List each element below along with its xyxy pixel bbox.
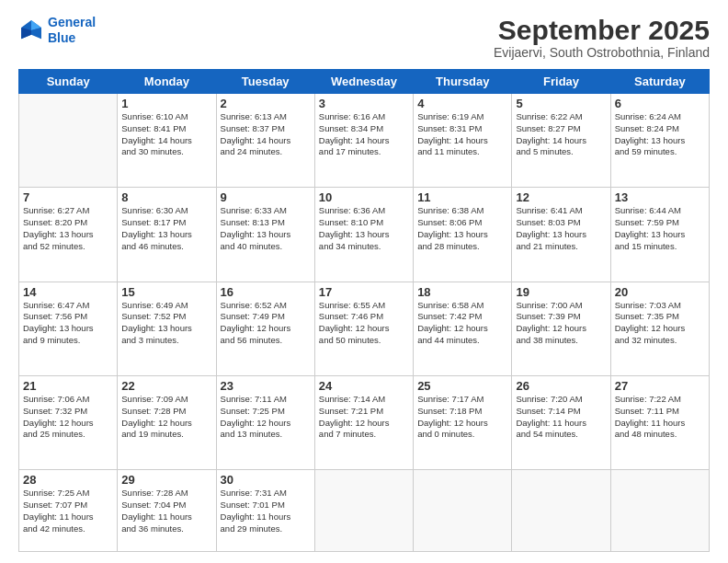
header: General Blue September 2025 Evijaervi, S… [18,15,710,60]
day-info: Sunrise: 6:41 AMSunset: 8:03 PMDaylight:… [516,205,606,252]
table-row: 18Sunrise: 6:58 AMSunset: 7:42 PMDayligh… [414,282,512,375]
table-row: 4Sunrise: 6:19 AMSunset: 8:31 PMDaylight… [414,94,512,188]
day-info: Sunrise: 7:06 AMSunset: 7:32 PMDaylight:… [23,394,113,441]
day-info: Sunrise: 6:19 AMSunset: 8:31 PMDaylight:… [417,111,507,158]
table-row: 8Sunrise: 6:30 AMSunset: 8:17 PMDaylight… [118,188,216,282]
day-info: Sunrise: 6:38 AMSunset: 8:06 PMDaylight:… [417,205,507,252]
table-row: 13Sunrise: 6:44 AMSunset: 7:59 PMDayligh… [610,188,709,282]
title-block: September 2025 Evijaervi, South Ostrobot… [494,15,710,60]
day-number: 21 [23,379,113,393]
table-row: 10Sunrise: 6:36 AMSunset: 8:10 PMDayligh… [314,188,413,282]
table-row [610,470,709,552]
table-row: 21Sunrise: 7:06 AMSunset: 7:32 PMDayligh… [19,375,118,469]
month-title: September 2025 [494,15,710,45]
header-monday: Monday [118,70,216,94]
table-row: 7Sunrise: 6:27 AMSunset: 8:20 PMDaylight… [19,188,118,282]
table-row: 15Sunrise: 6:49 AMSunset: 7:52 PMDayligh… [118,282,216,375]
table-row: 24Sunrise: 7:14 AMSunset: 7:21 PMDayligh… [314,375,413,469]
day-number: 16 [221,285,311,299]
day-info: Sunrise: 6:16 AMSunset: 8:34 PMDaylight:… [319,111,409,158]
table-row: 9Sunrise: 6:33 AMSunset: 8:13 PMDaylight… [216,188,314,282]
day-number: 4 [417,97,507,110]
logo-line2: Blue [48,30,75,45]
table-row: 11Sunrise: 6:38 AMSunset: 8:06 PMDayligh… [414,188,512,282]
day-info: Sunrise: 7:17 AMSunset: 7:18 PMDaylight:… [417,394,507,441]
table-row [19,94,118,188]
day-number: 10 [319,190,409,204]
day-info: Sunrise: 7:20 AMSunset: 7:14 PMDaylight:… [516,394,606,441]
table-row: 17Sunrise: 6:55 AMSunset: 7:46 PMDayligh… [314,282,413,375]
header-saturday: Saturday [610,70,709,94]
table-row: 1Sunrise: 6:10 AMSunset: 8:41 PMDaylight… [118,94,216,188]
table-row: 16Sunrise: 6:52 AMSunset: 7:49 PMDayligh… [216,282,314,375]
day-number: 2 [221,97,311,110]
day-number: 5 [516,97,606,110]
day-number: 27 [615,379,705,393]
day-info: Sunrise: 6:47 AMSunset: 7:56 PMDaylight:… [23,300,113,347]
day-info: Sunrise: 7:25 AMSunset: 7:07 PMDaylight:… [23,488,113,534]
table-row: 30Sunrise: 7:31 AMSunset: 7:01 PMDayligh… [216,470,314,552]
table-row: 12Sunrise: 6:41 AMSunset: 8:03 PMDayligh… [512,188,610,282]
day-info: Sunrise: 7:28 AMSunset: 7:04 PMDaylight:… [121,488,211,534]
table-row: 6Sunrise: 6:24 AMSunset: 8:24 PMDaylight… [610,94,709,188]
table-row [512,470,610,552]
logo: General Blue [18,15,96,46]
table-row: 25Sunrise: 7:17 AMSunset: 7:18 PMDayligh… [414,375,512,469]
day-number: 14 [23,285,113,299]
header-thursday: Thursday [414,70,512,94]
page: General Blue September 2025 Evijaervi, S… [0,0,728,563]
day-info: Sunrise: 6:30 AMSunset: 8:17 PMDaylight:… [121,205,211,252]
day-info: Sunrise: 6:27 AMSunset: 8:20 PMDaylight:… [23,205,113,252]
table-row: 3Sunrise: 6:16 AMSunset: 8:34 PMDaylight… [314,94,413,188]
day-number: 24 [319,379,409,393]
day-number: 22 [121,379,211,393]
weekday-header-row: Sunday Monday Tuesday Wednesday Thursday… [19,70,710,94]
table-row: 23Sunrise: 7:11 AMSunset: 7:25 PMDayligh… [216,375,314,469]
header-friday: Friday [512,70,610,94]
calendar-week-3: 14Sunrise: 6:47 AMSunset: 7:56 PMDayligh… [19,282,710,375]
day-number: 25 [417,379,507,393]
header-tuesday: Tuesday [216,70,314,94]
day-info: Sunrise: 6:49 AMSunset: 7:52 PMDaylight:… [121,300,211,347]
day-info: Sunrise: 6:36 AMSunset: 8:10 PMDaylight:… [319,205,409,252]
logo-text: General Blue [48,15,96,46]
logo-line1: General [48,15,96,29]
table-row: 19Sunrise: 7:00 AMSunset: 7:39 PMDayligh… [512,282,610,375]
day-info: Sunrise: 7:03 AMSunset: 7:35 PMDaylight:… [615,300,705,347]
day-number: 23 [221,379,311,393]
table-row: 5Sunrise: 6:22 AMSunset: 8:27 PMDaylight… [512,94,610,188]
table-row: 22Sunrise: 7:09 AMSunset: 7:28 PMDayligh… [118,375,216,469]
calendar-week-2: 7Sunrise: 6:27 AMSunset: 8:20 PMDaylight… [19,188,710,282]
day-info: Sunrise: 6:33 AMSunset: 8:13 PMDaylight:… [221,205,311,252]
day-number: 6 [615,97,705,110]
table-row: 28Sunrise: 7:25 AMSunset: 7:07 PMDayligh… [19,470,118,552]
calendar: Sunday Monday Tuesday Wednesday Thursday… [18,69,710,552]
day-number: 17 [319,285,409,299]
day-number: 19 [516,285,606,299]
day-number: 7 [23,190,113,204]
day-info: Sunrise: 6:22 AMSunset: 8:27 PMDaylight:… [516,111,606,158]
day-info: Sunrise: 7:14 AMSunset: 7:21 PMDaylight:… [319,394,409,441]
day-number: 20 [615,285,705,299]
day-number: 15 [121,285,211,299]
table-row: 20Sunrise: 7:03 AMSunset: 7:35 PMDayligh… [610,282,709,375]
calendar-week-5: 28Sunrise: 7:25 AMSunset: 7:07 PMDayligh… [19,470,710,552]
day-number: 18 [417,285,507,299]
table-row: 26Sunrise: 7:20 AMSunset: 7:14 PMDayligh… [512,375,610,469]
table-row: 14Sunrise: 6:47 AMSunset: 7:56 PMDayligh… [19,282,118,375]
day-number: 13 [615,190,705,204]
day-info: Sunrise: 6:52 AMSunset: 7:49 PMDaylight:… [221,300,311,347]
table-row: 27Sunrise: 7:22 AMSunset: 7:11 PMDayligh… [610,375,709,469]
table-row [414,470,512,552]
calendar-week-1: 1Sunrise: 6:10 AMSunset: 8:41 PMDaylight… [19,94,710,188]
calendar-week-4: 21Sunrise: 7:06 AMSunset: 7:32 PMDayligh… [19,375,710,469]
day-info: Sunrise: 6:44 AMSunset: 7:59 PMDaylight:… [615,205,705,252]
table-row: 2Sunrise: 6:13 AMSunset: 8:37 PMDaylight… [216,94,314,188]
day-number: 8 [121,190,211,204]
day-info: Sunrise: 7:00 AMSunset: 7:39 PMDaylight:… [516,300,606,347]
table-row: 29Sunrise: 7:28 AMSunset: 7:04 PMDayligh… [118,470,216,552]
day-number: 9 [221,190,311,204]
day-info: Sunrise: 7:11 AMSunset: 7:25 PMDaylight:… [221,394,311,441]
location-subtitle: Evijaervi, South Ostrobothnia, Finland [494,45,710,60]
day-number: 28 [23,473,113,487]
